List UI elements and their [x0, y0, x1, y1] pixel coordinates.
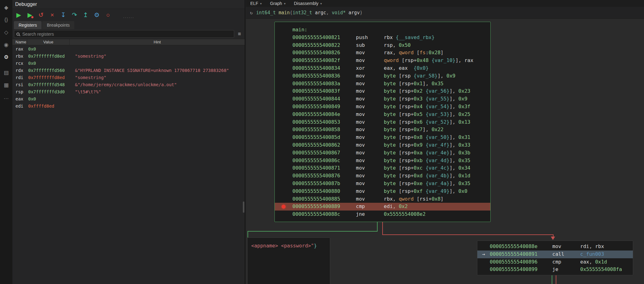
disasm-line[interactable]: 0000555555400862movbyte [rsp+0x9 {var_4f… [275, 141, 490, 149]
operand-token: 0x33 [458, 141, 471, 149]
disasm-line[interactable]: 000055555540087bmovbyte [rsp+0xe {var_4a… [275, 180, 490, 188]
column-header-value[interactable]: Value [27, 39, 70, 45]
current-instruction-arrow: → [477, 251, 490, 258]
signature-token: void* [332, 10, 346, 16]
graph-view-icon[interactable]: ▦ [1, 79, 12, 91]
register-row-eax[interactable]: eax0x0 [12, 95, 245, 102]
register-row-rcx[interactable]: rcx0x0 [12, 60, 245, 67]
operand-token: {__saved_rbx} [396, 34, 435, 42]
disasm-line[interactable]: 0000555555400822subrsp, 0x50 [275, 42, 490, 49]
register-row-rbx[interactable]: rbx0x7fffffffd8ed"somestring" [12, 52, 245, 60]
instruction-address: 000055555540083f [292, 87, 356, 95]
register-table: rax0x0rbx0x7fffffffd8ed"somestring"rcx0x… [12, 45, 245, 109]
graph-canvas[interactable]: main:0000555555400821pushrbx {__saved_rb… [246, 19, 644, 284]
disasm-line[interactable]: 0000555555400876movbyte [rsp+0xd {var_4b… [275, 172, 490, 180]
disasm-line[interactable]: 0000555555400880movbyte [rsp+0xf {var_49… [275, 188, 490, 195]
instruction-mnemonic: mov [356, 180, 384, 188]
disasm-line[interactable]: 000055555540085dmovbyte [rsp+0x8 {var_50… [275, 134, 490, 141]
disasm-line[interactable]: 000055555540083amovbyte [rsp+0x1], 0x35 [275, 80, 490, 88]
disasm-line[interactable]: main: [275, 26, 490, 34]
disasm-line[interactable]: <appname> <password>"} [248, 242, 330, 250]
register-row-rsp[interactable]: rsp0x7fffffffd3d0"\t5#\t?%" [12, 88, 245, 95]
refresh-icon[interactable]: ↻ [250, 10, 253, 16]
disasm-line[interactable]: 0000555555400867movbyte [rsp+0xa {var_4e… [275, 149, 490, 157]
panel-resize-handle[interactable]: ······ [123, 16, 134, 19]
column-header-name[interactable]: Name [12, 39, 27, 45]
continue-icon: ▶ [16, 11, 21, 19]
operand-token: + [411, 118, 414, 126]
tab-registers[interactable]: Registers [14, 21, 42, 29]
operand-token: + [414, 57, 417, 64]
edge-call-out-true [552, 275, 552, 284]
register-search-box[interactable] [14, 30, 234, 38]
disasm-line[interactable]: 0000555555400885movrbx, qword [rsi+0x8] [275, 195, 490, 203]
column-header-hint[interactable]: Hint [70, 39, 245, 45]
step-into-button[interactable]: ↧ [59, 11, 68, 19]
disasm-line[interactable]: 0000555555400836movbyte [rsp {var_58}], … [275, 72, 490, 80]
disasm-line[interactable]: 000055555540088emovrdi, rbx [477, 243, 633, 251]
debugger-wrench-icon[interactable]: ⚙ [1, 51, 12, 63]
register-row-edi[interactable]: edi0xffffd8ed [12, 102, 245, 109]
operand-token: ], [449, 172, 458, 180]
menu-disassembly[interactable]: Disassembly▾ [294, 1, 322, 6]
operand-token: rsp [402, 72, 411, 80]
disasm-line[interactable]: 0000555555400849movbyte [rsp+0x4 {var_54… [275, 103, 490, 111]
braces-icon[interactable]: {} [1, 14, 12, 26]
logo-icon[interactable]: ◆ [1, 1, 12, 14]
tag-icon[interactable]: ◇ [1, 26, 12, 38]
stop-button[interactable]: ○ [104, 11, 112, 19]
breakpoint-gutter[interactable] [275, 203, 292, 211]
operand-token: [ [399, 57, 405, 64]
disasm-line[interactable]: 000055555540083fmovbyte [rsp+0x2 {var_56… [275, 87, 490, 95]
disasm-line[interactable]: 0000555555400834xoreax, eax {0x0} [275, 64, 490, 72]
table-options-button[interactable]: ≡ [236, 30, 243, 38]
disasm-line[interactable]: 0000555555400858movbyte [rsp+0x7], 0x22 [275, 126, 490, 134]
more-icon[interactable]: … [1, 91, 12, 104]
operand-token: 0x48 [417, 57, 429, 64]
operand-token: 0x34 [458, 164, 471, 172]
register-row-rax[interactable]: rax0x0 [12, 45, 245, 52]
step-over-button[interactable]: ↷ [70, 11, 79, 19]
operand-token: ], [449, 95, 458, 103]
step-return-button[interactable]: ↥ [81, 11, 90, 19]
edge-true-branch [248, 232, 248, 237]
breakpoint-dot[interactable] [282, 205, 286, 209]
disasm-line[interactable]: →0000555555400891callc_fun003 [477, 251, 633, 258]
disasm-line[interactable]: 000055555540088cjne0x5555554008e2 [275, 211, 490, 218]
menu-graph[interactable]: Graph▾ [270, 1, 286, 6]
register-row-rdx[interactable]: rdx0x7fffffffd560&"HYPRLAND_INSTANCE_SIG… [12, 67, 245, 74]
restart-button[interactable]: ↺ [37, 11, 45, 19]
search-input[interactable] [22, 31, 232, 37]
operand-token: , [589, 243, 595, 251]
disasm-line[interactable]: 0000555555400853movbyte [rsp+0x6 {var_52… [275, 118, 490, 126]
operand-token: ], [449, 134, 458, 141]
disasm-line[interactable]: 000055555540082fmovqword [rsp+0x48 {var_… [275, 57, 490, 64]
settings-button[interactable]: ⚙ [93, 11, 101, 19]
scrollbar-thumb[interactable] [243, 202, 244, 213]
stack-icon[interactable]: ▤ [1, 66, 12, 79]
tab-breakpoints[interactable]: Breakpoints [42, 21, 74, 29]
operand-token: [ [396, 164, 402, 172]
operand-token [411, 72, 414, 80]
register-row-rsi[interactable]: rsi0x7fffffffd548&"/home/jeremy/crackmes… [12, 81, 245, 88]
disasm-line[interactable]: 0000555555400844movbyte [rsp+0x3 {var_55… [275, 95, 490, 103]
kill-button[interactable]: × [48, 11, 56, 19]
operand-token: 0x22 [432, 126, 444, 134]
launch-button[interactable]: ▶ [26, 11, 34, 19]
menu-elf[interactable]: ELF▾ [250, 1, 262, 6]
pin-icon[interactable]: ◉ [1, 38, 12, 51]
disasm-line[interactable]: 0000555555400899je0x5555554008fa [477, 266, 633, 273]
register-row-rdi[interactable]: rdi0x7fffffffd8ed"somestring" [12, 74, 245, 81]
operand-token: ], [449, 157, 458, 165]
operand-token: + [411, 87, 414, 95]
disasm-line[interactable]: 0000555555400889cmpedi, 0x2 [275, 203, 490, 211]
instruction-mnemonic: mov [356, 95, 384, 103]
disasm-line[interactable]: 0000555555400826movrax, qword [fs:0x28] [275, 49, 490, 57]
register-name: rsi [12, 82, 27, 87]
disasm-line[interactable]: 000055555540086cmovbyte [rsp+0xb {var_4d… [275, 157, 490, 165]
disasm-line[interactable]: 000055555540084emovbyte [rsp+0x5 {var_53… [275, 111, 490, 118]
continue-button[interactable]: ▶ [15, 11, 23, 19]
disasm-line[interactable]: 0000555555400871movbyte [rsp+0xc {var_4c… [275, 164, 490, 172]
disasm-line[interactable]: 0000555555400821pushrbx {__saved_rbx} [275, 34, 490, 42]
disasm-line[interactable]: 0000555555400896cmpeax, 0x1d [477, 258, 633, 266]
